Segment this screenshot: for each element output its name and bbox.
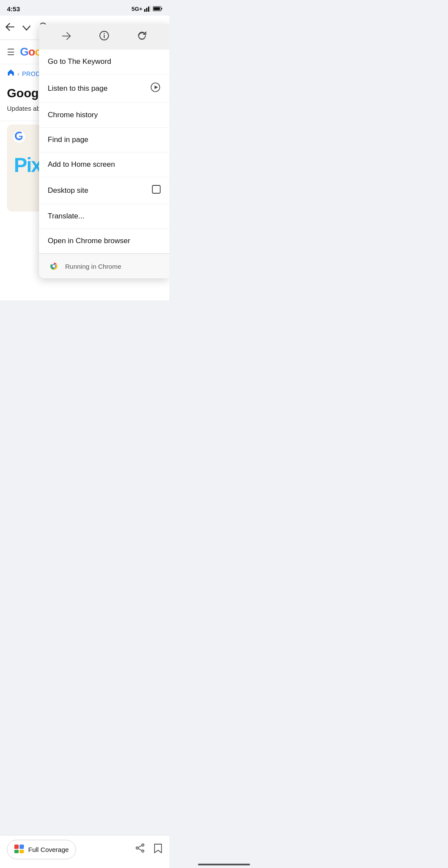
svg-point-19 <box>53 265 55 267</box>
network-icon: 5G+ <box>132 6 142 12</box>
running-in-chrome-label: Running in Chrome <box>65 263 121 270</box>
menu-forward-button[interactable] <box>62 31 71 43</box>
play-icon <box>150 82 161 95</box>
svg-rect-5 <box>161 8 162 10</box>
svg-rect-0 <box>144 9 145 12</box>
svg-rect-1 <box>146 8 148 12</box>
chrome-logo <box>48 260 60 272</box>
menu-item-desktop[interactable]: Desktop site <box>39 177 169 204</box>
dropdown-menu: Go to The Keyword Listen to this page Ch… <box>39 24 169 278</box>
menu-item-translate[interactable]: Translate... <box>39 204 169 229</box>
signal-icon <box>144 6 151 12</box>
menu-item-add-home[interactable]: Add to Home screen <box>39 152 169 177</box>
status-icons: 5G+ <box>132 6 162 12</box>
status-bar: 4:53 5G+ <box>0 0 169 16</box>
menu-info-button[interactable] <box>99 30 109 43</box>
menu-item-goto-keyword[interactable]: Go to The Keyword <box>39 50 169 74</box>
svg-rect-6 <box>154 7 160 10</box>
back-button[interactable] <box>5 22 15 33</box>
battery-icon <box>153 6 162 11</box>
menu-item-history-label: Chrome history <box>48 111 98 119</box>
dropdown-button[interactable] <box>23 22 30 33</box>
svg-rect-2 <box>148 7 149 12</box>
menu-item-listen[interactable]: Listen to this page <box>39 74 169 103</box>
menu-item-desktop-label: Desktop site <box>48 186 89 195</box>
menu-item-add-home-label: Add to Home screen <box>48 160 115 169</box>
hamburger-icon[interactable]: ☰ <box>7 47 15 57</box>
breadcrumb-chevron: › <box>17 70 20 77</box>
menu-item-goto-keyword-label: Go to The Keyword <box>48 57 111 66</box>
g-small-logo <box>13 131 25 143</box>
status-time: 4:53 <box>7 5 20 13</box>
menu-item-open-chrome-label: Open in Chrome browser <box>48 237 130 245</box>
menu-item-find-label: Find in page <box>48 135 89 144</box>
svg-rect-3 <box>150 6 152 12</box>
menu-item-find[interactable]: Find in page <box>39 128 169 152</box>
menu-item-listen-label: Listen to this page <box>48 84 108 93</box>
checkbox-icon <box>152 185 161 196</box>
menu-footer: Running in Chrome <box>39 254 169 278</box>
menu-icon-row <box>39 24 169 50</box>
menu-item-translate-label: Translate... <box>48 212 84 221</box>
svg-rect-16 <box>152 185 160 193</box>
menu-item-history[interactable]: Chrome history <box>39 103 169 128</box>
menu-reload-button[interactable] <box>137 31 147 43</box>
svg-point-13 <box>104 33 105 34</box>
home-icon[interactable] <box>7 69 15 79</box>
menu-item-open-chrome[interactable]: Open in Chrome browser <box>39 229 169 254</box>
